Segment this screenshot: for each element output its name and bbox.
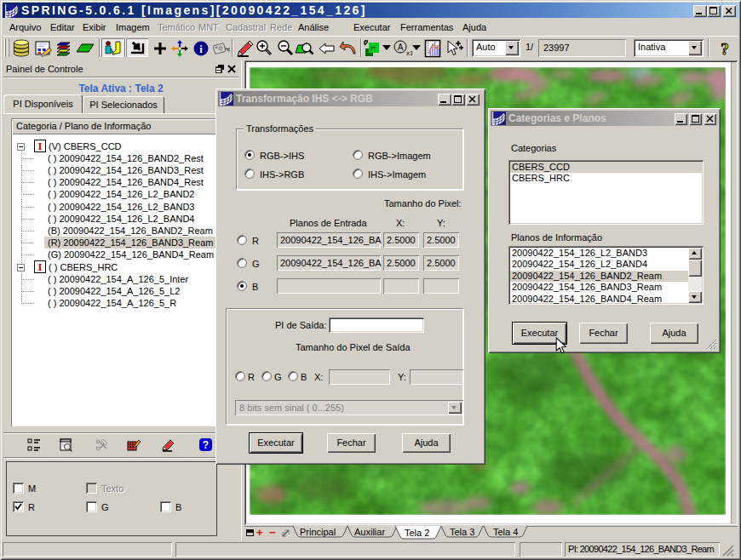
- svg-text:i: i: [199, 43, 203, 55]
- svg-text:?: ?: [203, 439, 209, 451]
- svg-text:A: A: [398, 43, 404, 52]
- svg-text:Tela 2: Tela 2: [405, 528, 429, 538]
- svg-text:Tela 3: Tela 3: [450, 527, 474, 537]
- svg-text:Principal: Principal: [300, 527, 336, 537]
- svg-text:Tela 4: Tela 4: [493, 527, 518, 537]
- svg-text:?: ?: [721, 40, 729, 58]
- svg-text:Auxiliar: Auxiliar: [354, 527, 385, 537]
- svg-text:x1: x1: [406, 49, 412, 57]
